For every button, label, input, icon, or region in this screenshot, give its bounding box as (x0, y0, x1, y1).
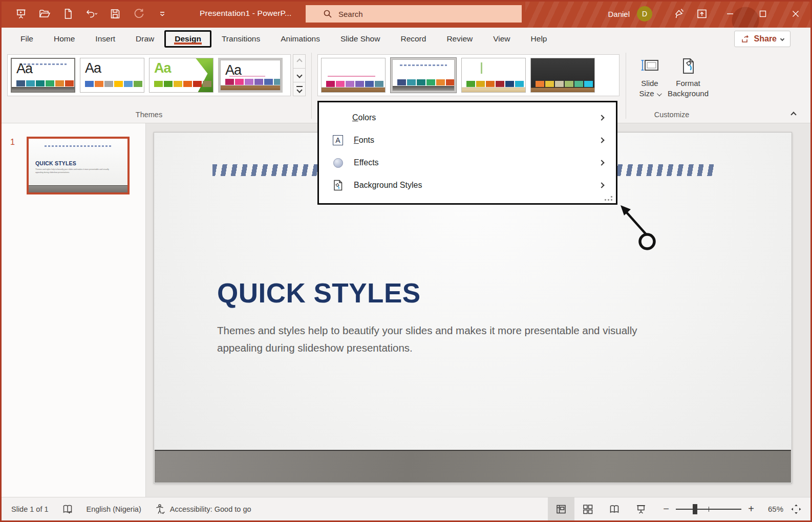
group-divider (311, 53, 312, 119)
tab-label: Record (400, 34, 426, 43)
slide-thumbnail-selected[interactable]: QUICK STYLES Themes and styles help to b… (27, 137, 130, 194)
search-label: Search (338, 10, 363, 18)
theme-thumbnail-gallery[interactable]: Aa (220, 60, 281, 91)
close-button[interactable] (779, 0, 812, 28)
ribbon-tab-file[interactable]: File (10, 30, 44, 48)
variant-selected-frame (390, 57, 457, 93)
menu-item-fonts[interactable]: A Fonts (319, 129, 616, 151)
tab-label: Help (531, 34, 547, 43)
search-box[interactable]: Search (306, 5, 522, 23)
mini-dotted-line (45, 145, 112, 147)
theme-floor (221, 85, 280, 90)
feedback-megaphone-icon[interactable] (667, 0, 690, 28)
window-title: Presentation1 - PowerP... (200, 9, 292, 18)
accessibility-button[interactable]: Accessibility: Good to go (152, 504, 254, 515)
collapse-ribbon-chevron[interactable] (790, 112, 796, 117)
theme-thumbnail-hover-frame: Aa (218, 58, 283, 93)
zoom-handle[interactable] (693, 504, 697, 514)
chevron-right-icon (599, 137, 604, 143)
fit-to-window-icon (790, 504, 802, 515)
new-file-button[interactable] (61, 7, 75, 20)
fit-slide-to-window-button[interactable] (785, 497, 807, 520)
theme-thumbnail-office[interactable]: Aa (80, 58, 144, 93)
avatar[interactable]: D (637, 6, 652, 21)
variant-swatches (326, 81, 383, 87)
theme-pink-line (229, 76, 265, 77)
variant-thumbnail-dark[interactable] (530, 58, 595, 93)
theme-aa-label: Aa (154, 60, 171, 76)
slide-size-line2: Size (639, 89, 654, 98)
slide-sorter-view-button[interactable] (574, 497, 601, 520)
ribbon-tab-view[interactable]: View (483, 30, 520, 48)
gallery-more-button[interactable] (293, 82, 306, 96)
ribbon-tab-record[interactable]: Record (390, 30, 436, 48)
save-button[interactable] (109, 7, 122, 20)
tab-label: Animations (281, 34, 320, 43)
customize-qat-chevron[interactable] (156, 7, 169, 20)
effects-icon (332, 157, 344, 168)
start-slideshow-button[interactable] (14, 7, 28, 20)
format-background-button[interactable]: Format Background (664, 53, 713, 108)
menu-item-colors[interactable]: Colors (319, 106, 616, 129)
theme-thumbnail-current[interactable]: Aa (11, 58, 75, 93)
slide-body-text[interactable]: Themes and styles help to beautify your … (217, 322, 668, 357)
menu-label: Background Styles (354, 181, 589, 190)
ribbon-tab-help[interactable]: Help (521, 30, 558, 48)
variant-thumbnail-green[interactable] (461, 58, 526, 93)
spellcheck-button[interactable] (59, 504, 76, 515)
maximize-button[interactable] (746, 0, 779, 28)
slide-indicator[interactable]: Slide 1 of 1 (8, 505, 52, 513)
status-bar: Slide 1 of 1 English (Nigeria) Accessibi… (0, 497, 812, 520)
ribbon-tab-home[interactable]: Home (44, 30, 85, 48)
variant-thumbnail-pink[interactable] (321, 58, 386, 93)
user-name[interactable]: Daniel (608, 10, 630, 18)
undo-button[interactable] (85, 7, 98, 20)
share-button[interactable]: Share (734, 31, 790, 47)
menu-item-effects[interactable]: Effects (319, 151, 616, 174)
menu-item-background-styles[interactable]: Background Styles (319, 174, 616, 197)
ribbon-tab-transitions[interactable]: Transitions (211, 30, 270, 48)
ribbon-tab-design-active[interactable]: Design (164, 30, 211, 48)
theme-swatches (225, 79, 281, 85)
menu-label: Fonts (354, 136, 589, 145)
ribbon-tab-insert[interactable]: Insert (85, 30, 125, 48)
normal-view-button[interactable] (548, 497, 574, 520)
tab-label: Design (175, 34, 201, 43)
tab-label: File (20, 34, 33, 43)
minimize-button[interactable] (714, 0, 746, 28)
slideshow-view-icon (635, 504, 647, 515)
chevron-down-icon[interactable] (780, 37, 784, 41)
gallery-scroll-down-button[interactable] (293, 69, 306, 82)
ribbon-display-options-icon[interactable] (690, 0, 714, 28)
mini-slide-title: QUICK STYLES (35, 160, 76, 166)
variant-pink-line (328, 76, 375, 77)
ribbon-tab-draw[interactable]: Draw (125, 30, 164, 48)
variant-swatches (466, 81, 524, 87)
ribbon-tab-animations[interactable]: Animations (270, 30, 330, 48)
theme-thumbnail-facet[interactable]: Aa (149, 58, 213, 93)
theme-aa-label: Aa (85, 60, 101, 76)
zoom-slider[interactable] (676, 497, 741, 520)
tab-label: Home (54, 34, 75, 43)
reading-view-button[interactable] (601, 497, 628, 520)
share-icon (741, 34, 750, 44)
fonts-icon: A (332, 135, 344, 146)
gallery-scroll-up-button[interactable] (293, 54, 306, 69)
menu-resize-grip[interactable] (606, 196, 612, 201)
normal-view-icon (555, 504, 567, 515)
ribbon-tab-slideshow[interactable]: Slide Show (330, 30, 391, 48)
share-label: Share (754, 34, 777, 44)
language-button[interactable]: English (Nigeria) (83, 505, 144, 513)
zoom-in-button[interactable]: + (746, 503, 756, 515)
ribbon-tab-review[interactable]: Review (436, 30, 483, 48)
theme-aa-label: Aa (16, 61, 32, 77)
chevron-down-icon (657, 91, 662, 96)
zoom-out-button[interactable]: − (661, 503, 671, 515)
zoom-level[interactable]: 65% (759, 505, 783, 513)
chevron-right-icon (599, 115, 604, 120)
slideshow-view-button[interactable] (628, 497, 654, 520)
slide-title[interactable]: QUICK STYLES (217, 277, 421, 309)
variant-thumbnail-blue-selected[interactable] (392, 59, 455, 91)
variant-dotted-line (400, 64, 446, 66)
open-file-button[interactable] (38, 7, 51, 20)
